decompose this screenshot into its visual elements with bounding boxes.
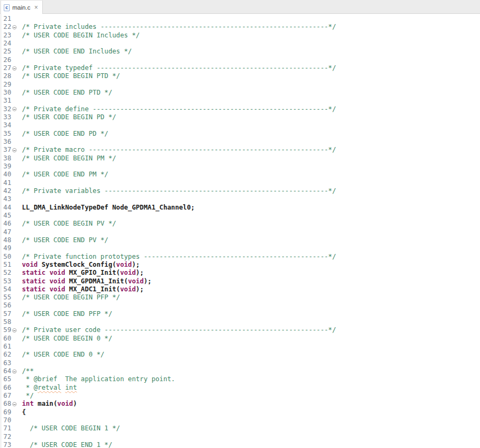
fold-collapse-icon[interactable] bbox=[12, 107, 17, 111]
code-line[interactable]: 42/* Private variables -----------------… bbox=[3, 187, 480, 195]
code-line[interactable]: 34 bbox=[3, 121, 480, 129]
code-line[interactable]: 63 bbox=[3, 359, 480, 367]
fold-collapse-icon[interactable] bbox=[12, 66, 17, 71]
code-line[interactable]: 57/* USER CODE END PFP */ bbox=[3, 310, 480, 318]
code-line[interactable]: 45 bbox=[3, 212, 480, 220]
code-line[interactable]: 62/* USER CODE END 0 */ bbox=[3, 351, 480, 359]
line-number: 27 bbox=[3, 64, 11, 72]
line-number: 45 bbox=[3, 212, 11, 220]
code-token: * @ bbox=[22, 384, 37, 391]
code-line[interactable]: 32/* Private define --------------------… bbox=[3, 105, 480, 113]
code-line[interactable]: 38/* USER CODE BEGIN PM */ bbox=[3, 155, 480, 163]
code-line[interactable]: 47 bbox=[3, 228, 480, 236]
code-line[interactable]: 40/* USER CODE END PM */ bbox=[3, 171, 480, 179]
code-token: /* USER CODE END PTD */ bbox=[22, 89, 112, 96]
code-text: /* USER CODE BEGIN PM */ bbox=[20, 155, 116, 163]
code-line[interactable]: 70 bbox=[3, 416, 480, 424]
code-token: /** bbox=[22, 367, 34, 375]
code-editor[interactable]: 2122/* Private includes ----------------… bbox=[0, 14, 480, 448]
code-line[interactable]: 26 bbox=[3, 56, 480, 64]
code-line[interactable]: 56 bbox=[3, 302, 480, 310]
code-line[interactable]: 71 /* USER CODE BEGIN 1 */ bbox=[3, 424, 480, 432]
line-number: 49 bbox=[3, 244, 11, 252]
code-line[interactable]: 39 bbox=[3, 163, 480, 171]
code-text: { bbox=[20, 408, 26, 416]
code-line[interactable]: 48/* USER CODE END PV */ bbox=[3, 236, 480, 244]
fold-collapse-icon[interactable] bbox=[12, 369, 17, 374]
code-line[interactable]: 51void SystemClock_Config(void); bbox=[3, 261, 480, 269]
fold-collapse-icon[interactable] bbox=[12, 148, 17, 152]
code-line[interactable]: 28/* USER CODE BEGIN PTD */ bbox=[3, 72, 480, 80]
code-token: /* Private define ----------------------… bbox=[22, 105, 336, 113]
editor-tab-bar: c main.c × bbox=[0, 0, 480, 14]
code-line[interactable]: 30/* USER CODE END PTD */ bbox=[3, 89, 480, 97]
tab-main-c[interactable]: c main.c × bbox=[1, 0, 43, 14]
code-text: /* USER CODE END 0 */ bbox=[20, 351, 104, 359]
fold-column bbox=[11, 369, 20, 374]
code-line[interactable]: 27/* Private typedef -------------------… bbox=[3, 64, 480, 72]
code-line[interactable]: 37/* Private macro ---------------------… bbox=[3, 146, 480, 154]
line-number: 64 bbox=[3, 367, 11, 375]
code-line[interactable]: 69{ bbox=[3, 408, 480, 416]
code-token: /* Private includes --------------------… bbox=[22, 23, 336, 30]
code-text: LL_DMA_LinkNodeTypeDef Node_GPDMA1_Chann… bbox=[20, 204, 195, 212]
code-line[interactable]: 59/* Private user code -----------------… bbox=[3, 326, 480, 334]
code-line[interactable]: 61 bbox=[3, 343, 480, 351]
code-line[interactable]: 35/* USER CODE END PD */ bbox=[3, 130, 480, 138]
code-line[interactable]: 41 bbox=[3, 179, 480, 187]
code-line[interactable]: 21 bbox=[3, 15, 480, 23]
line-number: 52 bbox=[3, 269, 11, 277]
line-number: 25 bbox=[3, 48, 11, 56]
code-line[interactable]: 36 bbox=[3, 138, 480, 146]
line-number: 24 bbox=[3, 40, 11, 48]
line-number: 62 bbox=[3, 351, 11, 359]
code-line[interactable]: 49 bbox=[3, 244, 480, 252]
code-token: void bbox=[120, 269, 135, 276]
code-line[interactable]: 24 bbox=[3, 40, 480, 48]
code-line[interactable]: 55/* USER CODE BEGIN PFP */ bbox=[3, 293, 480, 302]
code-line[interactable]: 44LL_DMA_LinkNodeTypeDef Node_GPDMA1_Cha… bbox=[3, 204, 480, 212]
code-text: /* Private variables -------------------… bbox=[20, 187, 336, 195]
code-line[interactable]: 68int main(void) bbox=[3, 400, 480, 408]
code-line[interactable]: 66 * @retval int bbox=[3, 384, 480, 392]
code-text: /* USER CODE BEGIN 1 */ bbox=[20, 424, 120, 432]
line-number: 39 bbox=[3, 163, 11, 171]
code-line[interactable]: 54static void MX_ADC1_Init(void); bbox=[3, 285, 480, 293]
line-number: 54 bbox=[3, 285, 11, 293]
code-line[interactable]: 73 /* USER CODE END 1 */ bbox=[3, 441, 480, 448]
code-token: void bbox=[128, 277, 143, 285]
code-text: static void MX_GPDMA1_Init(void); bbox=[20, 277, 151, 285]
code-line[interactable]: 65 * @brief The application entry point. bbox=[3, 375, 480, 383]
line-number: 30 bbox=[3, 89, 11, 97]
fold-collapse-icon[interactable] bbox=[12, 328, 17, 333]
code-line[interactable]: 67 */ bbox=[3, 392, 480, 400]
code-line[interactable]: 72 bbox=[3, 433, 480, 441]
code-line[interactable]: 29 bbox=[3, 81, 480, 89]
code-line[interactable]: 23/* USER CODE BEGIN Includes */ bbox=[3, 32, 480, 40]
code-line[interactable]: 60/* USER CODE BEGIN 0 */ bbox=[3, 335, 480, 343]
fold-collapse-icon[interactable] bbox=[12, 402, 17, 406]
code-line[interactable]: 64/** bbox=[3, 367, 480, 375]
line-number: 60 bbox=[3, 335, 11, 343]
tab-close-icon[interactable]: × bbox=[34, 4, 38, 11]
code-text: /* USER CODE END Includes */ bbox=[20, 48, 132, 56]
code-token: int bbox=[22, 400, 34, 407]
code-text: /* USER CODE BEGIN PV */ bbox=[20, 220, 116, 228]
code-line[interactable]: 53static void MX_GPDMA1_Init(void); bbox=[3, 277, 480, 285]
code-line[interactable]: 46/* USER CODE BEGIN PV */ bbox=[3, 220, 480, 228]
code-text: * @retval int bbox=[20, 384, 77, 392]
code-line[interactable]: 31 bbox=[3, 97, 480, 105]
code-line[interactable]: 22/* Private includes ------------------… bbox=[3, 23, 480, 31]
code-line[interactable]: 52static void MX_GPIO_Init(void); bbox=[3, 269, 480, 277]
code-line[interactable]: 58 bbox=[3, 318, 480, 326]
code-line[interactable]: 50/* Private function prototypes -------… bbox=[3, 253, 480, 261]
fold-column bbox=[11, 25, 20, 29]
code-token: void bbox=[49, 285, 65, 293]
code-token: /* USER CODE BEGIN PFP */ bbox=[22, 293, 120, 301]
fold-collapse-icon[interactable] bbox=[12, 25, 17, 29]
code-line[interactable]: 25/* USER CODE END Includes */ bbox=[3, 48, 480, 56]
code-line[interactable]: 43 bbox=[3, 195, 480, 203]
line-number: 35 bbox=[3, 130, 11, 138]
line-number: 71 bbox=[3, 424, 11, 432]
code-line[interactable]: 33/* USER CODE BEGIN PD */ bbox=[3, 113, 480, 121]
